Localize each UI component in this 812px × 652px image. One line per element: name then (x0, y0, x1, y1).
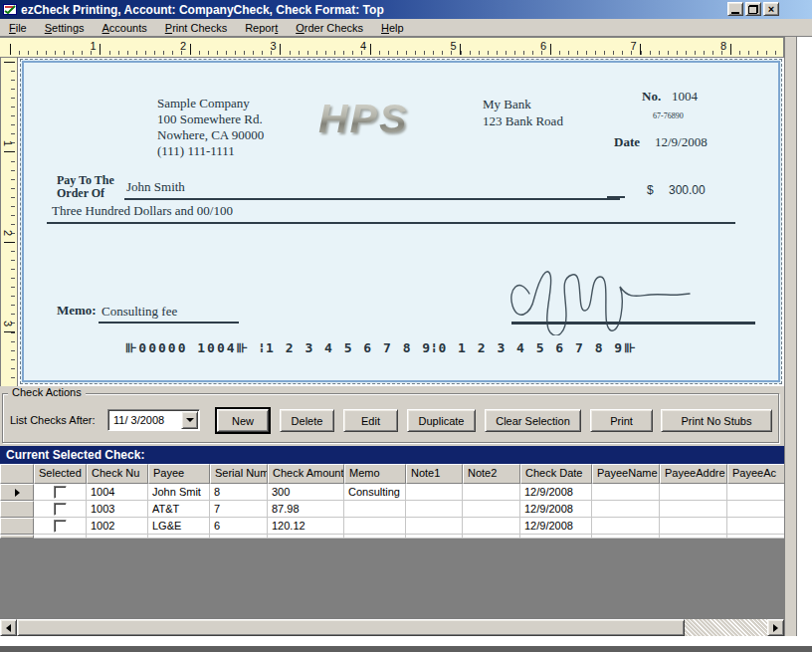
grid-cell[interactable]: 12/9/2008 (520, 518, 592, 535)
selected-checkbox[interactable] (54, 520, 67, 533)
horizontal-scrollbar[interactable] (0, 619, 784, 636)
clear-selection-button[interactable]: Clear Selection (485, 409, 581, 432)
grid-cell[interactable] (592, 484, 660, 501)
column-header-payeeac[interactable]: PayeeAc (727, 464, 784, 484)
grid-cell[interactable] (406, 518, 463, 535)
grid-cell[interactable]: 120.12 (268, 518, 344, 535)
company-address1: 100 Somewhere Rd. (157, 111, 264, 127)
print-no-stubs-button[interactable]: Print No Stubs (661, 409, 772, 432)
hruler-number: 1 (77, 40, 97, 52)
grid-cell[interactable]: 7 (210, 501, 268, 518)
menu-file[interactable]: File (0, 19, 36, 37)
grid-cell[interactable]: 8 (210, 484, 268, 501)
selected-checkbox[interactable] (54, 503, 67, 516)
grid-cell[interactable] (727, 518, 784, 535)
list-checks-after-date-picker[interactable]: 11/ 3/2008 (107, 409, 200, 431)
grid-cell[interactable] (406, 501, 463, 518)
grid-cell[interactable]: AT&T (148, 501, 210, 518)
column-header-note1[interactable]: Note1 (406, 464, 463, 484)
grid-cell[interactable] (660, 484, 727, 501)
column-header-payee[interactable]: Payee (148, 464, 210, 484)
grid-cell[interactable]: 6 (210, 518, 268, 535)
grid-cell[interactable] (727, 501, 784, 518)
company-address2: Nowhere, CA 90000 (157, 127, 264, 143)
grid-cell[interactable] (660, 501, 727, 518)
grid-cell[interactable]: 12/9/2008 (520, 501, 592, 518)
grid-cell[interactable] (344, 501, 406, 518)
edit-button[interactable]: Edit (343, 409, 398, 432)
right-margin-strip (784, 37, 797, 646)
bottom-edge-bar (0, 646, 812, 652)
grid-cell[interactable]: 1003 (87, 501, 148, 518)
column-header-check-amount[interactable]: Check Amount (268, 464, 344, 484)
grid-cell[interactable]: John Smit (148, 484, 210, 501)
minimize-button[interactable] (727, 2, 743, 16)
delete-button[interactable]: Delete (280, 409, 334, 432)
close-button[interactable]: × (763, 2, 779, 16)
table-row[interactable]: 1004John Smit8300Consulting12/9/2008 (0, 484, 784, 501)
scroll-left-button[interactable] (0, 619, 17, 636)
selected-cell[interactable] (34, 484, 87, 501)
grid-cell[interactable]: LG&E (148, 518, 210, 535)
grid-cell[interactable] (660, 518, 727, 535)
scrollbar-thumb[interactable] (17, 619, 685, 636)
column-header-selected[interactable]: Selected (34, 464, 87, 484)
grid-cell[interactable] (463, 518, 520, 535)
company-name: Sample Company (157, 96, 264, 111)
horizontal-ruler: 12345678 (0, 37, 784, 58)
app-window: ezCheck Printing, Account: CompanyCheck,… (0, 0, 812, 652)
row-selector[interactable] (0, 484, 34, 501)
menu-order-checks[interactable]: Order Checks (287, 19, 372, 37)
grid-cell[interactable]: Consulting (344, 484, 406, 501)
menu-settings[interactable]: Settings (36, 19, 94, 37)
bank-address-block: My Bank 123 Bank Road (483, 96, 563, 129)
column-header-check-date[interactable]: Check Date (520, 464, 592, 484)
menu-report[interactable]: Report (236, 19, 287, 37)
row-selector[interactable] (0, 501, 34, 518)
menu-print-checks[interactable]: Print Checks (156, 19, 236, 37)
restore-button[interactable] (745, 2, 761, 16)
grid-cell[interactable] (344, 518, 406, 535)
grid-cell[interactable]: 87.98 (268, 501, 344, 518)
grid-cell[interactable] (592, 501, 660, 518)
hruler-number: 5 (437, 40, 457, 52)
selected-cell[interactable] (34, 518, 87, 535)
memo-value: Consulting fee (102, 304, 177, 320)
title-bar[interactable]: ezCheck Printing, Account: CompanyCheck,… (0, 0, 812, 19)
column-header-memo[interactable]: Memo (344, 464, 406, 484)
date-picker-dropdown-button[interactable] (181, 411, 198, 429)
hruler-number: 8 (707, 40, 726, 52)
grid-cell[interactable] (727, 484, 784, 501)
amount-numeric: 300.00 (669, 183, 706, 197)
grid-cell[interactable]: 300 (268, 484, 344, 501)
column-header-payeename[interactable]: PayeeName (592, 464, 660, 484)
column-header-serial-num[interactable]: Serial Num (210, 464, 268, 484)
grid-cell[interactable]: 1004 (87, 484, 148, 501)
grid-cell[interactable] (463, 484, 520, 501)
row-selector[interactable] (0, 518, 34, 535)
check-no-label: No. (642, 89, 661, 105)
grid-cell[interactable]: 12/9/2008 (520, 484, 592, 501)
column-header-note2[interactable]: Note2 (463, 464, 520, 484)
current-row-arrow-icon (15, 489, 20, 497)
print-button[interactable]: Print (590, 409, 653, 432)
new-button[interactable]: New (217, 409, 269, 432)
check-preview-outline: Sample Company 100 Somewhere Rd. Nowhere… (20, 59, 782, 384)
duplicate-button[interactable]: Duplicate (407, 409, 476, 432)
selected-checkbox[interactable] (54, 486, 67, 499)
grid-cell[interactable] (463, 501, 520, 518)
menu-accounts[interactable]: Accounts (94, 19, 156, 37)
hruler-number: 3 (257, 40, 277, 52)
table-row[interactable]: 1002LG&E6120.1212/9/2008 (0, 518, 784, 535)
table-row[interactable]: 1003AT&T787.9812/9/2008 (0, 501, 784, 518)
bank-name: My Bank (483, 96, 563, 112)
scroll-right-button[interactable] (767, 619, 784, 636)
grid-cell[interactable]: 1002 (87, 518, 148, 535)
selected-cell[interactable] (34, 501, 87, 518)
grid-cell[interactable] (592, 518, 660, 535)
menu-help[interactable]: Help (372, 19, 413, 37)
column-header-check-nu[interactable]: Check Nu (87, 464, 148, 484)
restore-icon (748, 5, 758, 14)
grid-cell[interactable] (406, 484, 463, 501)
column-header-payeeaddre[interactable]: PayeeAddre (660, 464, 727, 484)
